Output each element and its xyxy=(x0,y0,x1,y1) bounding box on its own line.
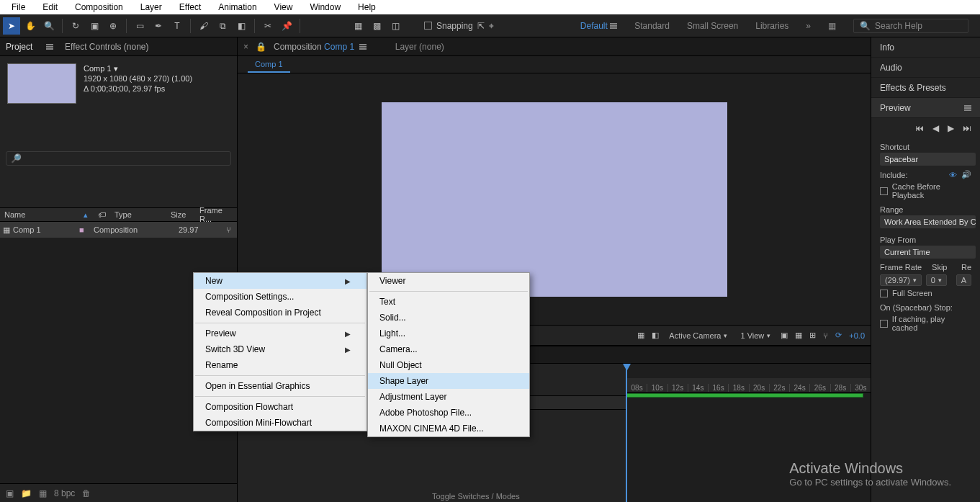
exposure-reset-icon[interactable]: ⟳ xyxy=(835,331,842,340)
workspace-libraries[interactable]: Libraries xyxy=(755,21,788,31)
ctx-null[interactable]: Null Object xyxy=(368,357,529,373)
mask-tool-c[interactable]: ◫ xyxy=(387,17,404,35)
comp-thumbnail[interactable] xyxy=(7,63,76,104)
puppet-tool[interactable]: 📌 xyxy=(278,17,295,35)
ctx-viewer[interactable]: Viewer xyxy=(368,273,529,289)
range-value[interactable]: Work Area Extended By Current Time xyxy=(880,215,976,228)
include-audio-icon[interactable]: 🔊 xyxy=(961,170,971,179)
effect-controls-tab[interactable]: Effect Controls (none) xyxy=(65,42,149,52)
include-video-icon[interactable]: 👁 xyxy=(949,171,957,179)
exposure-value[interactable]: +0.0 xyxy=(849,331,865,340)
project-search[interactable]: 🔎 xyxy=(6,151,231,166)
ctx-shape-layer[interactable]: Shape Layer xyxy=(368,373,529,389)
lock-icon[interactable]: 🔒 xyxy=(256,42,266,52)
ctx-light[interactable]: Light... xyxy=(368,326,529,341)
rectangle-tool[interactable]: ▭ xyxy=(131,17,148,35)
ctx-switch3d[interactable]: Switch 3D View▶ xyxy=(194,341,367,357)
toggle-switches[interactable]: Toggle Switches / Modes xyxy=(432,492,520,501)
menu-composition[interactable]: Composition xyxy=(66,1,132,14)
ctx-rename[interactable]: Rename xyxy=(194,357,367,373)
prev-frame-icon[interactable]: ◀ xyxy=(932,123,939,133)
mask-icon[interactable]: ◧ xyxy=(652,331,659,340)
menu-layer[interactable]: Layer xyxy=(132,1,171,14)
comp-subtab[interactable]: Comp 1 xyxy=(248,57,290,73)
playhead[interactable] xyxy=(626,364,627,502)
pen-tool[interactable]: ✒ xyxy=(150,17,167,35)
menu-help[interactable]: Help xyxy=(349,1,385,14)
snapping-flyout-icon[interactable]: ⇱ xyxy=(477,21,485,31)
workspace-reset-icon[interactable]: ▦ xyxy=(828,21,836,31)
view-opt-d-icon[interactable]: ⑂ xyxy=(823,331,828,340)
play-icon[interactable]: ▶ xyxy=(948,123,954,133)
playfrom-value[interactable]: Current Time xyxy=(880,246,976,259)
workspace-standard[interactable]: Standard xyxy=(634,21,670,31)
view-opt-b-icon[interactable]: ▦ xyxy=(795,331,802,340)
camera-tool[interactable]: ▣ xyxy=(86,17,103,35)
cache-checkbox[interactable] xyxy=(880,187,888,195)
first-frame-icon[interactable]: ⏮ xyxy=(915,123,924,133)
audio-panel[interactable]: Audio xyxy=(871,58,980,78)
zoom-tool[interactable]: 🔍 xyxy=(40,17,58,35)
bpc-label[interactable]: 8 bpc xyxy=(54,488,75,498)
trash-icon[interactable]: 🗑 xyxy=(82,488,91,498)
ctx-psd[interactable]: Adobe Photoshop File... xyxy=(368,405,529,421)
snapping-checkbox[interactable] xyxy=(424,22,432,30)
selection-tool[interactable]: ➤ xyxy=(3,17,20,35)
framerate-dropdown[interactable]: (29.97)▾ xyxy=(880,274,922,286)
workspace-more-icon[interactable]: » xyxy=(806,21,811,31)
grid-icon[interactable]: ▦ xyxy=(637,331,644,340)
shortcut-value[interactable]: Spacebar xyxy=(880,153,976,166)
res-dropdown[interactable]: A xyxy=(956,274,971,286)
ctx-essential[interactable]: Open in Essential Graphics xyxy=(194,378,367,394)
composition-canvas[interactable] xyxy=(382,102,727,297)
comp-tab[interactable]: Composition Comp 1 xyxy=(274,42,367,52)
last-frame-icon[interactable]: ⏭ xyxy=(963,123,971,133)
camera-dropdown[interactable]: Active Camera▾ xyxy=(666,330,730,341)
skip-dropdown[interactable]: 0▾ xyxy=(926,274,947,286)
ctx-flowchart[interactable]: Composition Flowchart xyxy=(194,399,367,415)
layer-tab[interactable]: Layer (none) xyxy=(395,42,444,52)
project-row-comp1[interactable]: ▦ Comp 1 ■ Composition 29.97 ⑂ xyxy=(0,222,237,238)
hand-tool[interactable]: ✋ xyxy=(22,17,39,35)
brush-tool[interactable]: 🖌 xyxy=(195,17,212,35)
work-area-bar[interactable] xyxy=(626,393,863,398)
close-tab-icon[interactable]: × xyxy=(243,42,248,52)
mask-tool-b[interactable]: ▩ xyxy=(368,17,385,35)
ctx-reveal[interactable]: Reveal Composition in Project xyxy=(194,305,367,321)
ctx-preview[interactable]: Preview▶ xyxy=(194,326,367,341)
view-opt-a-icon[interactable]: ▣ xyxy=(781,331,788,340)
clone-tool[interactable]: ⧉ xyxy=(214,17,231,35)
help-search[interactable]: 🔍 Search Help xyxy=(853,19,968,33)
project-tab[interactable]: Project xyxy=(6,42,53,52)
view-opt-c-icon[interactable]: ⊞ xyxy=(809,331,816,340)
ifcache-checkbox[interactable] xyxy=(880,320,888,328)
ctx-c4d[interactable]: MAXON CINEMA 4D File... xyxy=(368,421,529,436)
ctx-adjustment[interactable]: Adjustment Layer xyxy=(368,389,529,405)
folder-icon[interactable]: 📁 xyxy=(21,488,32,498)
menu-view[interactable]: View xyxy=(266,1,302,14)
ctx-camera[interactable]: Camera... xyxy=(368,341,529,357)
ctx-miniflow[interactable]: Composition Mini-Flowchart xyxy=(194,415,367,431)
flowchart-icon[interactable]: ⑂ xyxy=(226,225,237,234)
menu-animation[interactable]: Animation xyxy=(210,1,265,14)
fx-panel[interactable]: Effects & Presets xyxy=(871,78,980,98)
ctx-text[interactable]: Text xyxy=(368,294,529,310)
fullscreen-checkbox[interactable] xyxy=(880,290,888,297)
view-dropdown[interactable]: 1 View▾ xyxy=(737,330,773,341)
ctx-new[interactable]: New▶ xyxy=(194,273,367,289)
menu-edit[interactable]: Edit xyxy=(34,1,66,14)
new-comp-icon[interactable]: ▦ xyxy=(39,488,47,498)
time-ruler[interactable]: 08s10s 12s14s 16s18s 20s22s 24s26s 28s30… xyxy=(626,378,871,393)
snapping-opts-icon[interactable]: ⌖ xyxy=(489,21,494,31)
eraser-tool[interactable]: ◧ xyxy=(233,17,250,35)
menu-file[interactable]: File xyxy=(3,1,34,14)
pan-behind-tool[interactable]: ⊕ xyxy=(104,17,122,35)
menu-window[interactable]: Window xyxy=(301,1,349,14)
preview-panel[interactable]: Preview xyxy=(871,98,980,118)
ctx-solid[interactable]: Solid... xyxy=(368,310,529,326)
interpret-icon[interactable]: ▣ xyxy=(6,488,14,498)
orbit-tool[interactable]: ↻ xyxy=(67,17,84,35)
mask-tool-a[interactable]: ▦ xyxy=(349,17,367,35)
roto-tool[interactable]: ✂ xyxy=(259,17,277,35)
workspace-small-screen[interactable]: Small Screen xyxy=(687,21,738,31)
